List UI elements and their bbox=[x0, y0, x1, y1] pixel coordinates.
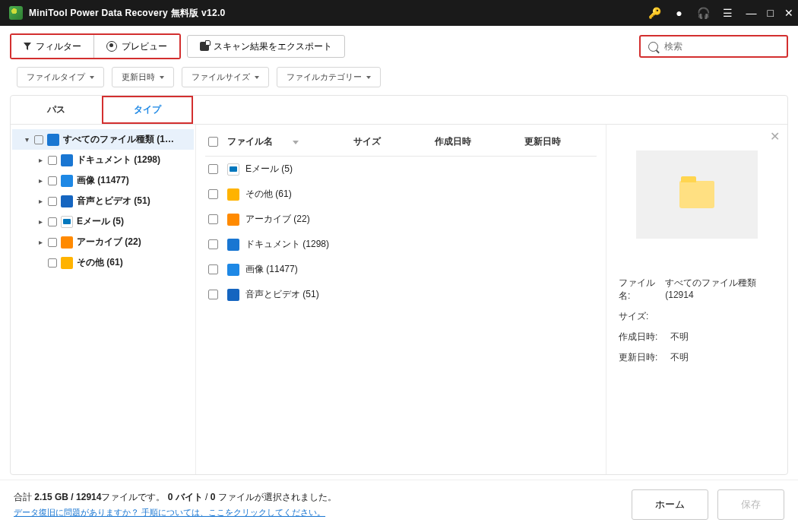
checkbox[interactable] bbox=[208, 239, 218, 249]
view-tabs: パス タイプ bbox=[11, 96, 787, 125]
list-row[interactable]: その他 (61) bbox=[205, 182, 597, 207]
search-icon bbox=[648, 42, 658, 52]
tree-item-label: その他 (61) bbox=[77, 256, 123, 269]
other-icon bbox=[227, 188, 239, 201]
chevron-down-icon bbox=[160, 76, 164, 79]
img-icon bbox=[227, 264, 239, 276]
export-icon bbox=[200, 42, 209, 51]
tree-item[interactable]: その他 (61) bbox=[12, 252, 194, 273]
checkbox[interactable] bbox=[48, 197, 57, 206]
toolbar: フィルター プレビュー スキャン結果をエクスポート bbox=[0, 26, 798, 64]
detail-name-value: すべてのファイル種類 (12914 bbox=[665, 277, 775, 302]
tab-type[interactable]: タイプ bbox=[102, 96, 193, 124]
chevron-right-icon[interactable]: ▸ bbox=[36, 217, 44, 226]
footer-status: 合計 2.15 GB / 12914ファイルです。 0 バイト / 0 ファイル… bbox=[14, 491, 337, 504]
other-icon bbox=[61, 257, 73, 269]
checkbox[interactable] bbox=[48, 238, 57, 247]
av-icon bbox=[61, 195, 73, 207]
chip-file-size[interactable]: ファイルサイズ bbox=[182, 67, 269, 87]
tree-item[interactable]: ▸画像 (11477) bbox=[12, 170, 194, 191]
filter-chips: ファイルタイプ 更新日時 ファイルサイズ ファイルカテゴリー bbox=[0, 64, 798, 95]
list-row-label: 画像 (11477) bbox=[245, 263, 298, 276]
chevron-down-icon bbox=[366, 76, 371, 79]
checkbox[interactable] bbox=[208, 189, 218, 199]
tree-item-label: アーカイブ (22) bbox=[77, 236, 141, 249]
sort-down-icon bbox=[293, 141, 299, 144]
headphones-icon[interactable]: 🎧 bbox=[698, 7, 710, 19]
col-created[interactable]: 作成日時 bbox=[435, 135, 525, 148]
tree-root[interactable]: ▾ すべてのファイル種類 (1… bbox=[12, 129, 194, 150]
filter-label: フィルター bbox=[36, 40, 81, 53]
main-panel: パス タイプ ▾ すべてのファイル種類 (1… ▸ドキュメント (1298)▸画… bbox=[10, 95, 788, 475]
chevron-down-icon[interactable]: ▾ bbox=[23, 135, 30, 144]
list-row-label: Eメール (5) bbox=[245, 163, 293, 176]
checkbox[interactable] bbox=[48, 156, 57, 165]
detail-size-label: サイズ: bbox=[619, 310, 670, 323]
chip-file-type[interactable]: ファイルタイプ bbox=[17, 67, 104, 87]
col-updated[interactable]: 更新日時 bbox=[524, 135, 597, 148]
tree-item[interactable]: ▸ドキュメント (1298) bbox=[12, 150, 194, 170]
tree-item-label: Eメール (5) bbox=[77, 215, 124, 228]
search-box[interactable] bbox=[639, 35, 788, 58]
list-row[interactable]: アーカイブ (22) bbox=[205, 207, 597, 232]
search-input[interactable] bbox=[664, 41, 779, 52]
checkbox[interactable] bbox=[208, 264, 218, 274]
list-row[interactable]: 画像 (11477) bbox=[205, 257, 597, 282]
checkbox[interactable] bbox=[208, 290, 218, 299]
col-size[interactable]: サイズ bbox=[353, 135, 435, 148]
tree-item[interactable]: ▸音声とビデオ (51) bbox=[12, 191, 194, 211]
minimize-button[interactable]: — bbox=[746, 7, 757, 19]
chevron-right-icon[interactable]: ▸ bbox=[36, 197, 44, 205]
footer-help-link[interactable]: データ復旧に問題がありますか？ 手順については、ここをクリックしてください。 bbox=[14, 507, 337, 518]
close-icon[interactable]: ✕ bbox=[770, 129, 780, 144]
list-row-label: その他 (61) bbox=[245, 188, 292, 201]
detail-name-label: ファイル名: bbox=[619, 277, 665, 302]
chevron-right-icon[interactable]: ▸ bbox=[36, 156, 44, 164]
chevron-right-icon[interactable]: ▸ bbox=[36, 238, 44, 246]
list-row[interactable]: ドキュメント (1298) bbox=[205, 232, 597, 257]
filter-button[interactable]: フィルター bbox=[11, 35, 94, 58]
checkbox[interactable] bbox=[48, 217, 57, 226]
maximize-button[interactable]: □ bbox=[768, 7, 774, 19]
menu-icon[interactable]: ☰ bbox=[722, 7, 734, 19]
eye-icon bbox=[106, 41, 117, 52]
footer: 合計 2.15 GB / 12914ファイルです。 0 バイト / 0 ファイル… bbox=[0, 480, 798, 532]
col-filename[interactable]: ファイル名 bbox=[227, 135, 353, 148]
chip-file-category[interactable]: ファイルカテゴリー bbox=[277, 67, 381, 87]
checkbox[interactable] bbox=[208, 214, 218, 224]
detail-updated-label: 更新日時: bbox=[619, 351, 670, 364]
titlebar: MiniTool Power Data Recovery 無料版 v12.0 🔑… bbox=[0, 0, 798, 26]
list-row[interactable]: 音声とビデオ (51) bbox=[205, 282, 597, 307]
list-row-label: 音声とビデオ (51) bbox=[245, 288, 319, 301]
checkbox[interactable] bbox=[48, 176, 57, 185]
detail-updated-value: 不明 bbox=[670, 351, 689, 364]
chip-update-date[interactable]: 更新日時 bbox=[112, 67, 174, 87]
list-panel: ファイル名 サイズ 作成日時 更新日時 Eメール (5)その他 (61)アーカイ… bbox=[196, 125, 606, 474]
checkbox[interactable] bbox=[34, 135, 43, 144]
email-icon bbox=[61, 216, 73, 228]
checkbox-all[interactable] bbox=[208, 137, 218, 147]
list-row-label: ドキュメント (1298) bbox=[245, 238, 329, 251]
detail-panel: ✕ ファイル名:すべてのファイル種類 (12914 サイズ: 作成日時:不明 更… bbox=[606, 125, 787, 474]
checkbox[interactable] bbox=[208, 164, 218, 174]
save-button[interactable]: 保存 bbox=[717, 489, 784, 520]
home-button[interactable]: ホーム bbox=[632, 489, 708, 520]
list-row[interactable]: Eメール (5) bbox=[205, 157, 597, 182]
archive-icon bbox=[61, 236, 73, 249]
globe-icon[interactable]: ● bbox=[673, 7, 686, 19]
doc-icon bbox=[227, 239, 239, 251]
img-icon bbox=[61, 175, 73, 187]
export-button[interactable]: スキャン結果をエクスポート bbox=[187, 35, 345, 58]
tree-item[interactable]: ▸アーカイブ (22) bbox=[12, 232, 194, 252]
detail-created-label: 作成日時: bbox=[619, 331, 670, 344]
tab-path[interactable]: パス bbox=[11, 96, 102, 124]
tree-item[interactable]: ▸Eメール (5) bbox=[12, 211, 194, 232]
checkbox[interactable] bbox=[48, 258, 57, 268]
tree-panel: ▾ すべてのファイル種類 (1… ▸ドキュメント (1298)▸画像 (1147… bbox=[11, 125, 196, 474]
folder-icon bbox=[679, 181, 714, 208]
close-button[interactable]: ✕ bbox=[784, 7, 793, 19]
key-icon[interactable]: 🔑 bbox=[649, 7, 661, 19]
chevron-right-icon[interactable]: ▸ bbox=[36, 176, 44, 185]
tree-root-label: すべてのファイル種類 (1… bbox=[63, 133, 174, 146]
preview-button[interactable]: プレビュー bbox=[94, 35, 179, 58]
